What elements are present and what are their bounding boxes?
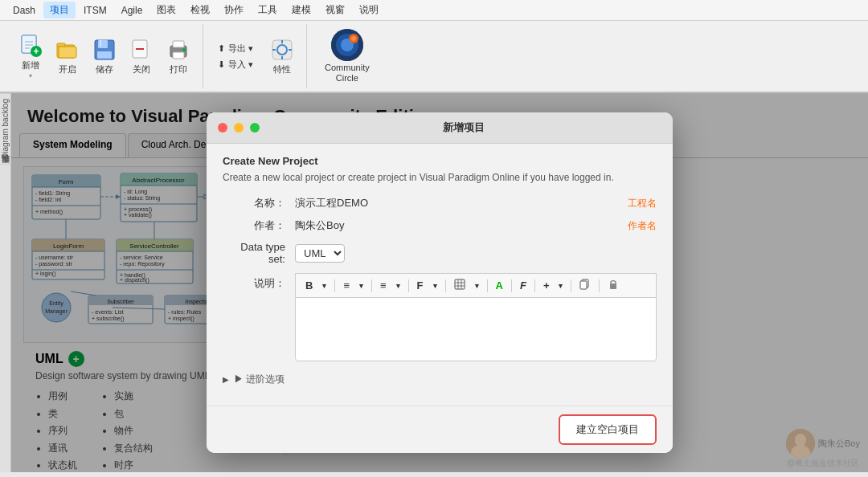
wm-avatar — [786, 429, 815, 458]
sidebar-tab-backlog[interactable]: Diagram backlog — [0, 93, 11, 164]
menu-dash[interactable]: Dash — [6, 3, 42, 18]
community-circle-icon — [331, 29, 363, 61]
menu-diagram[interactable]: 图表 — [150, 2, 182, 18]
special-button[interactable]: 特性 — [264, 29, 300, 84]
svg-rect-12 — [100, 40, 101, 47]
modal-overlay: 新增项目 Create New Project Create a new loc… — [11, 93, 868, 472]
community-label: CommunityCircle — [325, 63, 370, 84]
svg-point-30 — [351, 36, 356, 41]
export-button[interactable]: ⬆ 导出 ▾ — [213, 41, 258, 56]
align-center-dropdown[interactable]: ▾ — [393, 280, 403, 292]
svg-rect-13 — [97, 51, 112, 59]
table-button[interactable] — [451, 277, 469, 294]
desc-editor-container: B ▾ ≡ ▾ ≡ ▾ F ▾ — [295, 273, 657, 361]
wm-community: @稀土掘金技术社区 — [787, 458, 859, 469]
menu-itsm[interactable]: ITSM — [77, 3, 113, 18]
svg-point-102 — [795, 434, 806, 446]
modal-titlebar: 新增项目 — [207, 112, 673, 144]
menu-project[interactable]: 项目 — [43, 2, 76, 18]
save-label: 储存 — [96, 64, 113, 75]
special-label: 特性 — [273, 64, 291, 75]
name-label: 名称： — [223, 196, 295, 210]
community-circle-button[interactable]: CommunityCircle — [317, 24, 378, 88]
form-datatype-row: Data type set: UML — [223, 241, 657, 265]
save-icon — [92, 37, 117, 63]
advanced-label: ▶ 进阶选项 — [234, 373, 285, 386]
save-button[interactable]: 储存 — [87, 29, 122, 84]
svg-rect-18 — [173, 52, 184, 59]
name-hint: 工程名 — [628, 197, 657, 210]
menu-tools[interactable]: 工具 — [252, 2, 284, 18]
svg-rect-99 — [580, 281, 587, 289]
menu-collab[interactable]: 协作 — [218, 2, 250, 18]
svg-rect-17 — [173, 41, 184, 47]
sep6 — [511, 279, 512, 292]
modal-dialog: 新增项目 Create New Project Create a new loc… — [207, 112, 673, 453]
svg-rect-8 — [57, 43, 65, 47]
svg-text:+: + — [33, 46, 39, 57]
traffic-light-red[interactable] — [218, 123, 227, 132]
name-value[interactable]: 演示工程DEMO — [295, 196, 615, 210]
special-icon — [269, 37, 295, 63]
import-button[interactable]: ⬇ 导入 ▾ — [213, 57, 258, 72]
left-sidebar: Diagram backlog 图表背板 — [0, 93, 11, 472]
align-center-button[interactable]: ≡ — [377, 278, 390, 293]
datatype-select[interactable]: UML — [295, 244, 345, 263]
datatype-label: Data type set: — [223, 241, 295, 265]
menu-build[interactable]: 建模 — [285, 2, 317, 18]
menu-help[interactable]: 说明 — [353, 2, 385, 18]
sep3 — [408, 279, 409, 292]
advanced-options-toggle[interactable]: ▶ ▶ 进阶选项 — [223, 366, 657, 393]
open-icon — [55, 37, 80, 63]
print-button[interactable]: 打印 — [161, 29, 196, 84]
ribbon-group-community: CommunityCircle — [310, 24, 384, 88]
main-area: Diagram backlog 图表背板 Welcome to Visual P… — [0, 93, 868, 472]
ribbon-file-buttons: + 新增 ▾ 开启 — [13, 29, 196, 84]
sep4 — [445, 279, 446, 292]
editor-area[interactable] — [295, 297, 657, 361]
menu-window[interactable]: 视窗 — [319, 2, 351, 18]
sep9 — [599, 279, 600, 292]
sep8 — [571, 279, 571, 292]
author-value[interactable]: 陶朱公Boy — [295, 218, 615, 233]
add-button[interactable]: + — [540, 278, 553, 293]
desc-label: 说明： — [223, 273, 295, 291]
font-button[interactable]: F — [414, 278, 427, 293]
font-dropdown[interactable]: ▾ — [430, 280, 440, 292]
menu-inspect[interactable]: 检视 — [184, 2, 216, 18]
align-left-button[interactable]: ≡ — [340, 278, 353, 293]
export-icon: ⬆ — [218, 43, 225, 54]
open-label: 开启 — [59, 64, 76, 75]
modal-footer: 建立空白项目 — [207, 406, 673, 453]
sep7 — [534, 279, 535, 292]
export-label: 导出 ▾ — [228, 43, 253, 55]
modal-description: Create a new local project or create pro… — [223, 170, 657, 185]
open-button[interactable]: 开启 — [50, 29, 85, 84]
print-label: 打印 — [170, 64, 187, 75]
bold-button[interactable]: B — [302, 278, 316, 293]
traffic-light-yellow[interactable] — [234, 123, 244, 132]
add-dropdown[interactable]: ▾ — [555, 280, 566, 292]
ribbon-group-file: + 新增 ▾ 开启 — [6, 24, 203, 88]
lock-button[interactable] — [604, 277, 622, 294]
align-dropdown[interactable]: ▾ — [356, 280, 366, 292]
new-label: 新增 — [22, 60, 39, 71]
import-label: 导入 ▾ — [228, 59, 253, 71]
modal-body: Create New Project Create a new local pr… — [207, 144, 673, 406]
close-label: 关闭 — [133, 64, 150, 75]
traffic-light-green[interactable] — [250, 123, 260, 132]
bold-dropdown[interactable]: ▾ — [319, 280, 330, 292]
form-author-row: 作者： 陶朱公Boy 作者名 — [223, 218, 657, 233]
close-button[interactable]: 关闭 — [124, 29, 159, 84]
new-button[interactable]: + 新增 ▾ — [13, 29, 48, 84]
italic-button[interactable]: F — [517, 278, 530, 293]
wm-text: 陶朱公Boy — [818, 438, 860, 450]
table-dropdown[interactable]: ▾ — [472, 280, 482, 292]
create-project-button[interactable]: 建立空白项目 — [559, 414, 657, 445]
menu-bar: Dash 项目 ITSM Agile 图表 检视 协作 工具 建模 视窗 说明 — [0, 0, 868, 21]
copy-button[interactable] — [576, 277, 594, 294]
color-button[interactable]: A — [493, 278, 506, 293]
author-label: 作者： — [223, 218, 295, 233]
advanced-arrow-icon: ▶ — [223, 375, 229, 384]
menu-agile[interactable]: Agile — [115, 3, 149, 18]
